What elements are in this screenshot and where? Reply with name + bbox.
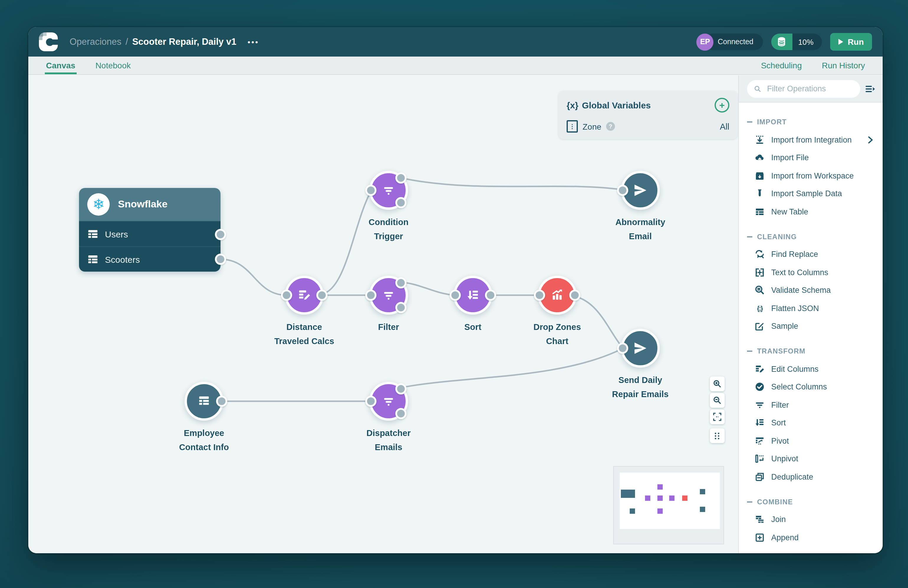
tab-notebook[interactable]: Notebook	[95, 56, 131, 74]
find-replace-icon	[755, 249, 765, 260]
port-employee-out[interactable]	[216, 396, 227, 407]
snowflake-source-block[interactable]: ❄ Snowflake Users Scooters	[79, 188, 221, 272]
node-label: AbnormalityEmail	[590, 215, 691, 243]
op-deduplicate[interactable]: Deduplicate	[739, 468, 883, 486]
port-condition-out-bottom[interactable]	[395, 197, 407, 208]
op-select-columns[interactable]: Select Columns	[739, 378, 883, 396]
run-button[interactable]: Run	[830, 33, 872, 51]
minimap-viewport	[620, 472, 720, 529]
op-unpivot[interactable]: Unpivot	[739, 450, 883, 468]
archive-down-icon	[755, 171, 765, 181]
minimap[interactable]	[613, 466, 724, 545]
section-toggle[interactable]: CLEANING	[739, 228, 883, 246]
port-dispatcher-out-top[interactable]	[395, 383, 407, 394]
port-dispatcher-in[interactable]	[365, 396, 377, 407]
section-toggle[interactable]: TRANSFORM	[739, 342, 883, 360]
op-import-from-workspace[interactable]: Import from Workspace	[739, 167, 883, 185]
port-distance-out[interactable]	[316, 289, 327, 301]
filter-icon	[381, 183, 396, 198]
variable-value[interactable]: All	[720, 122, 729, 131]
puzzle-icon	[755, 551, 765, 552]
port-dropzones-out[interactable]	[569, 289, 581, 301]
port-condition-out-top[interactable]	[395, 172, 407, 183]
port-dropzones-in[interactable]	[534, 289, 545, 301]
port-filter-out-bottom[interactable]	[395, 302, 407, 313]
flow-canvas[interactable]: ❄ Snowflake Users Scooters	[28, 76, 738, 553]
port-filter-out-top[interactable]	[395, 277, 407, 288]
port-sort-in[interactable]	[449, 289, 461, 301]
tab-canvas[interactable]: Canvas	[46, 56, 76, 74]
op-new-table[interactable]: New Table	[739, 203, 883, 221]
section-cleaning: CLEANING Find Replace	[739, 228, 883, 337]
section-toggle[interactable]: IMPORT	[739, 113, 883, 131]
section-transform: TRANSFORM Edit Columns Select C	[739, 342, 883, 488]
fit-view-button[interactable]	[710, 410, 724, 424]
port-abnormality-in[interactable]	[617, 185, 628, 196]
port-scooters-out[interactable]	[215, 254, 226, 265]
usage-meter[interactable]: 10%	[771, 34, 822, 50]
section-import: IMPORT Import from Integration	[739, 113, 883, 223]
grid-toggle-button[interactable]	[710, 428, 724, 443]
table-icon	[87, 254, 98, 264]
op-text-to-columns[interactable]: Text to Columns	[739, 263, 883, 281]
op-sort[interactable]: Sort	[739, 414, 883, 432]
op-sample[interactable]: Sample	[739, 317, 883, 335]
collapse-dash-icon	[747, 501, 752, 502]
op-fuzzy-join[interactable]: Fuzzy Join	[739, 546, 883, 551]
node-label: Send DailyRepair Emails	[590, 373, 691, 401]
port-dispatcher-out-bottom[interactable]	[395, 408, 407, 419]
section-toggle[interactable]: COMBINE	[739, 493, 883, 511]
filter-icon	[381, 394, 396, 409]
help-icon[interactable]: ?	[606, 122, 615, 131]
link-scheduling[interactable]: Scheduling	[761, 61, 802, 70]
add-variable-button[interactable]: +	[715, 98, 729, 112]
op-import-file[interactable]: Import File	[739, 149, 883, 167]
op-pivot[interactable]: Pivot	[739, 432, 883, 450]
op-flatten-json[interactable]: {;} Flatten JSON	[739, 299, 883, 317]
snowflake-table-users[interactable]: Users	[79, 221, 221, 246]
port-sort-out[interactable]	[485, 289, 496, 301]
op-validate-schema[interactable]: Validate Schema	[739, 281, 883, 299]
node-label: DispatcherEmails	[338, 426, 439, 454]
variable-row-zone[interactable]: ⋮ Zone ? All	[567, 120, 729, 133]
op-join[interactable]: Join	[739, 511, 883, 529]
op-find-replace[interactable]: Find Replace	[739, 246, 883, 263]
minimap-node	[657, 508, 663, 514]
minimap-node	[630, 508, 635, 514]
op-append[interactable]: Append	[739, 529, 883, 546]
minimap-node	[700, 489, 705, 494]
minimap-node	[621, 490, 635, 498]
table-icon	[196, 394, 212, 409]
more-options-button[interactable]: •••	[248, 37, 259, 46]
port-send-in[interactable]	[617, 342, 628, 354]
app-logo-icon[interactable]	[39, 32, 58, 51]
link-run-history[interactable]: Run History	[822, 61, 865, 70]
op-import-from-integration[interactable]: Import from Integration	[739, 131, 883, 149]
play-icon	[839, 39, 843, 45]
port-users-out[interactable]	[215, 229, 226, 240]
snowflake-header[interactable]: ❄ Snowflake	[79, 188, 221, 221]
zoom-out-button[interactable]	[710, 393, 724, 408]
collapse-panel-icon[interactable]	[865, 85, 876, 93]
snowflake-table-scooters[interactable]: Scooters	[79, 246, 221, 272]
breadcrumb: Operaciones / Scooter Repair, Daily v1 •…	[69, 37, 259, 47]
operations-sidebar: IMPORT Import from Integration	[738, 76, 883, 553]
filter-operations-input[interactable]	[766, 84, 853, 94]
breadcrumb-workspace[interactable]: Operaciones	[69, 37, 121, 47]
search-pill[interactable]	[747, 80, 860, 98]
send-icon	[632, 182, 649, 199]
port-condition-in[interactable]	[365, 185, 377, 196]
magnifier-lines-icon	[755, 286, 765, 296]
collapse-dash-icon	[747, 121, 752, 122]
append-plus-icon	[755, 533, 765, 543]
port-distance-in[interactable]	[281, 289, 292, 301]
breadcrumb-separator: /	[126, 37, 128, 47]
port-filter-in[interactable]	[365, 289, 377, 301]
op-filter[interactable]: Filter	[739, 396, 883, 414]
op-import-sample-data[interactable]: Import Sample Data	[739, 185, 883, 203]
top-bar: Operaciones / Scooter Repair, Daily v1 •…	[28, 27, 883, 56]
sort-icon	[465, 288, 481, 303]
minimap-node	[700, 507, 705, 512]
zoom-in-button[interactable]	[710, 376, 724, 391]
op-edit-columns[interactable]: Edit Columns	[739, 360, 883, 378]
